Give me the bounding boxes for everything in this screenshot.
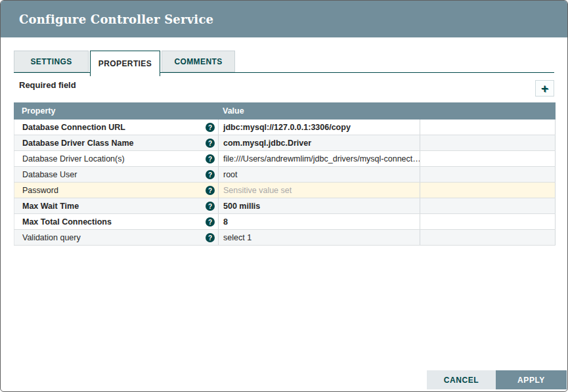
properties-table-header: Property Value: [14, 102, 556, 120]
tab-bar: SETTINGS PROPERTIES COMMENTS: [14, 51, 554, 73]
tab-settings-label: SETTINGS: [30, 57, 72, 66]
table-row: Database Connection URL ? jdbc:mysql://1…: [14, 120, 556, 135]
cancel-button[interactable]: CANCEL: [427, 370, 496, 389]
configure-controller-service-dialog: Configure Controller Service SETTINGS PR…: [0, 0, 568, 392]
apply-button-label: APPLY: [517, 376, 545, 385]
property-value: root: [223, 170, 238, 179]
dialog-footer: CANCEL APPLY: [427, 370, 567, 389]
property-name-cell: Max Wait Time ?: [14, 198, 218, 213]
property-name: Database Driver Class Name: [22, 139, 134, 148]
table-row: Database Driver Location(s) ? file:///Us…: [14, 151, 556, 167]
property-name: Validation query: [22, 233, 81, 242]
property-name-cell: Password ?: [14, 183, 218, 198]
help-icon[interactable]: ?: [206, 123, 215, 132]
property-extra-cell: [420, 167, 556, 182]
property-name: Database Driver Location(s): [22, 154, 125, 163]
table-row: Database Driver Class Name ? com.mysql.j…: [14, 135, 556, 151]
property-value: Sensitive value set: [223, 186, 292, 195]
table-row: Database User ? root: [14, 167, 556, 183]
property-extra-cell: [420, 230, 556, 245]
tab-settings[interactable]: SETTINGS: [14, 51, 89, 72]
property-name: Database User: [22, 170, 77, 179]
property-extra-cell: [420, 183, 556, 198]
property-name: Database Connection URL: [22, 123, 125, 132]
property-name: Max Total Connections: [22, 217, 112, 227]
help-icon[interactable]: ?: [206, 217, 215, 227]
property-extra-cell: [420, 135, 556, 150]
tab-comments-label: COMMENTS: [174, 57, 222, 66]
help-icon[interactable]: ?: [206, 170, 215, 179]
property-value: jdbc:mysql://127.0.0.1:3306/copy: [223, 123, 351, 132]
property-value-cell[interactable]: 500 millis: [218, 198, 420, 213]
required-field-label: Required field: [19, 80, 76, 90]
add-property-button[interactable]: +: [535, 80, 554, 97]
table-row: Max Wait Time ? 500 millis: [14, 198, 556, 214]
property-value-cell[interactable]: Sensitive value set: [218, 183, 420, 198]
property-name-cell: Max Total Connections ?: [14, 214, 218, 229]
apply-button[interactable]: APPLY: [496, 370, 567, 389]
property-value-cell[interactable]: root: [218, 167, 420, 182]
property-value: 8: [223, 217, 228, 227]
table-row: Validation query ? select 1: [14, 230, 556, 246]
property-value: file:///Users/andrewmlim/jdbc_drivers/my…: [223, 154, 420, 163]
table-row: Password ? Sensitive value set: [14, 183, 556, 198]
property-extra-cell: [420, 198, 556, 213]
help-icon[interactable]: ?: [206, 202, 215, 211]
property-extra-cell: [420, 120, 556, 135]
property-value-cell[interactable]: select 1: [218, 230, 420, 245]
properties-table: Property Value Database Connection URL ?…: [14, 102, 556, 246]
property-name: Max Wait Time: [22, 202, 79, 211]
dialog-content: SETTINGS PROPERTIES COMMENTS Required fi…: [1, 51, 567, 246]
dialog-title: Configure Controller Service: [19, 12, 213, 26]
help-icon[interactable]: ?: [206, 233, 215, 242]
property-extra-cell: [420, 214, 556, 229]
property-name-cell: Database Driver Location(s) ?: [14, 151, 218, 166]
property-name-cell: Database Driver Class Name ?: [14, 135, 218, 150]
property-value: 500 millis: [223, 202, 260, 211]
property-name: Password: [22, 186, 58, 195]
property-value-cell[interactable]: 8: [218, 214, 420, 229]
property-value-cell[interactable]: com.mysql.jdbc.Driver: [218, 135, 420, 150]
dialog-titlebar: Configure Controller Service: [1, 1, 567, 37]
property-value: select 1: [223, 233, 251, 242]
column-header-property: Property: [14, 106, 218, 116]
tab-properties[interactable]: PROPERTIES: [90, 51, 160, 76]
column-header-value: Value: [218, 106, 420, 116]
help-icon[interactable]: ?: [206, 186, 215, 195]
property-extra-cell: [420, 151, 556, 166]
properties-table-body: Database Connection URL ? jdbc:mysql://1…: [14, 120, 556, 246]
cancel-button-label: CANCEL: [444, 376, 479, 385]
table-row: Max Total Connections ? 8: [14, 214, 556, 230]
property-value: com.mysql.jdbc.Driver: [223, 139, 311, 148]
tab-properties-label: PROPERTIES: [98, 59, 152, 68]
property-name-cell: Database Connection URL ?: [14, 120, 218, 135]
property-value-cell[interactable]: file:///Users/andrewmlim/jdbc_drivers/my…: [218, 151, 420, 166]
tab-comments[interactable]: COMMENTS: [162, 51, 235, 72]
properties-toolbar: Required field +: [14, 73, 554, 102]
property-value-cell[interactable]: jdbc:mysql://127.0.0.1:3306/copy: [218, 120, 420, 135]
plus-icon: +: [541, 82, 548, 95]
help-icon[interactable]: ?: [206, 139, 215, 148]
property-name-cell: Validation query ?: [14, 230, 218, 245]
property-name-cell: Database User ?: [14, 167, 218, 182]
help-icon[interactable]: ?: [206, 154, 215, 163]
